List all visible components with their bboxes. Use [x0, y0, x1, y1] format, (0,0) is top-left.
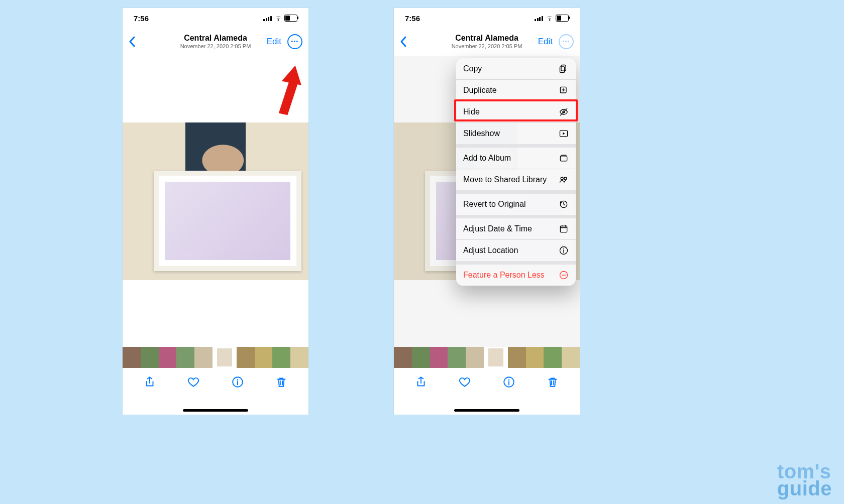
thumbnail[interactable] [194, 347, 213, 368]
thumbnail-strip[interactable] [394, 347, 580, 368]
bottom-toolbar [394, 368, 580, 396]
home-indicator[interactable] [183, 409, 248, 412]
thumbnail[interactable] [123, 347, 141, 368]
svg-point-1 [237, 379, 238, 381]
info-icon[interactable] [231, 375, 244, 389]
wifi-icon [546, 15, 554, 22]
thumbnail[interactable] [394, 347, 412, 368]
menu-item-duplicate[interactable]: Duplicate [456, 80, 576, 101]
navbar-subtitle: November 22, 2020 2:05 PM [169, 43, 262, 50]
trash-icon[interactable] [275, 375, 288, 389]
home-indicator[interactable] [454, 409, 519, 412]
thumbnail-selected[interactable] [487, 347, 505, 368]
navbar-subtitle: November 22, 2020 2:05 PM [440, 43, 534, 50]
cellular-icon [535, 15, 544, 21]
thumbnail[interactable] [255, 347, 273, 368]
back-chevron-icon[interactable] [129, 36, 136, 47]
menu-item-label: Slideshow [463, 129, 500, 138]
menu-item-label: Move to Shared Library [463, 175, 547, 184]
menu-item-label: Copy [463, 64, 482, 73]
menu-item-feature-a-person-less[interactable]: Feature a Person Less [456, 265, 576, 286]
copy-icon [559, 64, 569, 74]
watermark-logo: tom's guide [777, 463, 832, 497]
menu-item-hide[interactable]: Hide [456, 101, 576, 122]
minus-circle-icon [559, 270, 569, 280]
battery-icon [284, 15, 297, 22]
thumbnail[interactable] [526, 347, 544, 368]
menu-item-label: Duplicate [463, 86, 497, 95]
status-time: 7:56 [405, 14, 420, 23]
menu-item-label: Adjust Location [463, 246, 518, 255]
back-chevron-icon[interactable] [400, 36, 407, 47]
revert-icon [559, 199, 569, 209]
edit-button[interactable]: Edit [538, 37, 553, 47]
calendar-icon [559, 224, 569, 234]
thumbnail[interactable] [508, 347, 526, 368]
menu-item-slideshow[interactable]: Slideshow [456, 123, 576, 144]
favorite-heart-icon[interactable] [458, 375, 471, 389]
menu-item-move-to-shared-library[interactable]: Move to Shared Library [456, 169, 576, 190]
status-indicators [263, 15, 297, 22]
photo-viewport[interactable] [123, 56, 308, 347]
battery-icon [556, 15, 569, 22]
share-icon[interactable] [414, 375, 428, 389]
album-icon [559, 153, 569, 163]
menu-item-add-to-album[interactable]: Add to Album [456, 148, 576, 169]
status-bar: 7:56 [123, 8, 308, 28]
status-indicators [535, 15, 569, 22]
navbar-title-group: Central Alameda November 22, 2020 2:05 P… [440, 34, 534, 49]
menu-item-label: Feature a Person Less [463, 271, 545, 280]
phone-screenshot-step2: 7:56 Central Alameda November 22, 2020 2… [394, 8, 580, 415]
menu-item-adjust-date-time[interactable]: Adjust Date & Time [456, 218, 576, 239]
people-icon [559, 175, 569, 185]
menu-item-revert-to-original[interactable]: Revert to Original [456, 194, 576, 215]
menu-item-label: Revert to Original [463, 200, 526, 209]
photo-detail-navbar: Central Alameda November 22, 2020 2:05 P… [394, 28, 580, 56]
thumbnail[interactable] [562, 347, 580, 368]
thumbnail-strip[interactable] [123, 347, 308, 368]
thumbnail[interactable] [159, 347, 177, 368]
menu-item-label: Adjust Date & Time [463, 224, 532, 233]
thumbnail-selected[interactable] [216, 347, 234, 368]
menu-item-copy[interactable]: Copy [456, 58, 576, 79]
more-options-button[interactable]: ••• [287, 34, 302, 49]
thumbnail[interactable] [466, 347, 484, 368]
navbar-title-group: Central Alameda November 22, 2020 2:05 P… [169, 34, 262, 49]
trash-icon[interactable] [546, 375, 559, 389]
photo-framed-artwork [154, 171, 301, 271]
favorite-heart-icon[interactable] [187, 375, 200, 389]
thumbnail[interactable] [430, 347, 448, 368]
phone-screenshot-step1: 7:56 Central Alameda November 22, 2020 2… [123, 8, 308, 415]
photo-detail-navbar: Central Alameda November 22, 2020 2:05 P… [123, 28, 308, 56]
thumbnail[interactable] [544, 347, 562, 368]
info-icon[interactable] [502, 375, 515, 389]
thumbnail[interactable] [176, 347, 194, 368]
photo [123, 122, 308, 280]
bottom-toolbar [123, 368, 308, 396]
navbar-title: Central Alameda [440, 34, 534, 43]
thumbnail[interactable] [290, 347, 308, 368]
info-icon [559, 245, 569, 256]
duplicate-icon [559, 85, 569, 95]
edit-button[interactable]: Edit [267, 37, 281, 47]
photo-context-menu: CopyDuplicateHideSlideshowAdd to AlbumMo… [456, 58, 576, 286]
navbar-title: Central Alameda [169, 34, 262, 43]
menu-item-label: Hide [463, 107, 480, 116]
thumbnail[interactable] [412, 347, 430, 368]
menu-item-label: Add to Album [463, 154, 511, 163]
share-icon[interactable] [143, 375, 156, 389]
status-time: 7:56 [134, 14, 149, 23]
more-options-button-active[interactable]: ••• [559, 34, 574, 49]
menu-item-adjust-location[interactable]: Adjust Location [456, 240, 576, 261]
play-rect-icon [559, 129, 569, 139]
eye-slash-icon [559, 107, 569, 117]
status-bar: 7:56 [394, 8, 580, 28]
thumbnail[interactable] [141, 347, 159, 368]
svg-point-3 [508, 379, 509, 381]
cellular-icon [263, 15, 272, 21]
thumbnail[interactable] [448, 347, 466, 368]
thumbnail[interactable] [272, 347, 290, 368]
thumbnail[interactable] [237, 347, 255, 368]
wifi-icon [274, 15, 282, 22]
